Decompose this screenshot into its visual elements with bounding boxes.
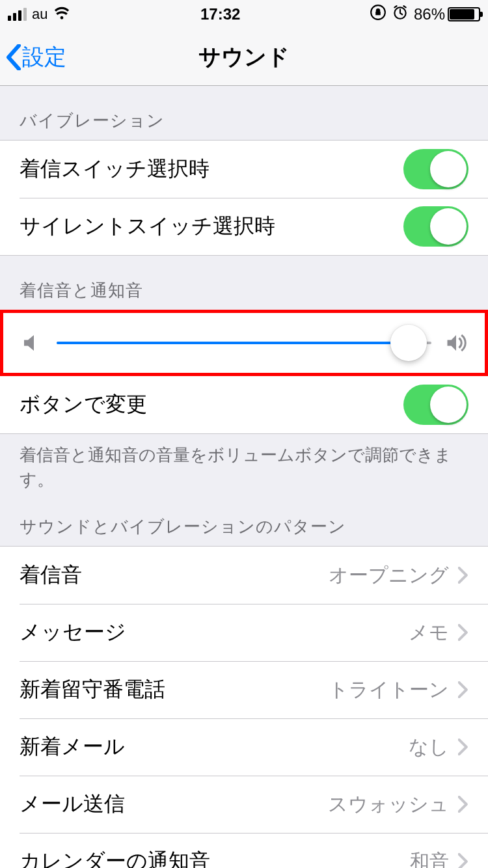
group-vibration: 着信スイッチ選択時 サイレントスイッチ選択時 [0, 140, 488, 256]
cell-value: なし [409, 734, 449, 761]
cell-label: 新着留守番電話 [20, 675, 329, 704]
cell-value: メモ [409, 619, 449, 646]
toggle-vibrate-on-ring[interactable] [403, 149, 468, 189]
status-bar: au 17:32 86% [0, 0, 488, 29]
cell-sent-mail[interactable]: メール送信 スウォッシュ [0, 776, 488, 833]
chevron-right-icon [458, 796, 468, 813]
cell-label: 着信スイッチ選択時 [20, 155, 403, 183]
chevron-right-icon [458, 853, 468, 868]
orientation-lock-icon [370, 4, 386, 25]
wifi-icon [53, 5, 71, 23]
back-button[interactable]: 設定 [0, 42, 66, 72]
volume-slider-highlight [0, 310, 488, 376]
cell-label: 着信音 [20, 561, 329, 590]
battery-percent: 86% [414, 5, 445, 23]
slider-thumb[interactable] [390, 325, 427, 361]
cell-calendar-alerts[interactable]: カレンダーの通知音 和音 [0, 833, 488, 868]
toggle-vibrate-on-silent[interactable] [403, 206, 468, 247]
cell-vibrate-on-ring[interactable]: 着信スイッチ選択時 [0, 141, 488, 198]
cell-new-voicemail[interactable]: 新着留守番電話 トライトーン [0, 661, 488, 718]
volume-slider[interactable] [57, 325, 431, 361]
volume-slider-row [3, 313, 485, 373]
cell-label: ボタンで変更 [20, 390, 403, 419]
battery-fill [450, 9, 474, 20]
cell-change-with-buttons[interactable]: ボタンで変更 [0, 376, 488, 433]
chevron-right-icon [458, 681, 468, 698]
alarm-icon [392, 4, 409, 25]
cell-label: 新着メール [20, 733, 409, 761]
back-label: 設定 [22, 42, 66, 72]
section-footer-ringer: 着信音と通知音の音量をボリュームボタンで調節できます。 [0, 434, 488, 492]
cell-value: オープニング [329, 562, 449, 589]
section-header-ringer: 着信音と通知音 [0, 256, 488, 310]
cell-label: サイレントスイッチ選択時 [20, 212, 403, 241]
group-change-buttons: ボタンで変更 [0, 376, 488, 434]
carrier-label: au [32, 6, 47, 23]
cell-label: カレンダーの通知音 [20, 847, 410, 868]
group-patterns: 着信音 オープニング メッセージ メモ 新着留守番電話 トライトーン 新着メール… [0, 546, 488, 868]
toggle-change-with-buttons[interactable] [403, 385, 468, 425]
cell-label: メール送信 [20, 790, 328, 819]
battery-icon [448, 7, 480, 21]
cell-label: メッセージ [20, 618, 409, 647]
cell-vibrate-on-silent[interactable]: サイレントスイッチ選択時 [0, 198, 488, 255]
chevron-right-icon [458, 739, 468, 755]
status-time: 17:32 [71, 5, 369, 23]
cell-value: 和音 [410, 848, 449, 868]
cell-ringtone[interactable]: 着信音 オープニング [0, 547, 488, 604]
nav-bar: 設定 サウンド [0, 29, 488, 86]
cell-text-tone[interactable]: メッセージ メモ [0, 604, 488, 661]
slider-fill [57, 342, 409, 344]
cell-new-mail[interactable]: 新着メール なし [0, 718, 488, 776]
signal-bars-icon [8, 8, 27, 21]
volume-max-icon [444, 331, 468, 355]
chevron-right-icon [458, 624, 468, 641]
cell-value: トライトーン [329, 677, 449, 703]
volume-min-icon [20, 331, 44, 355]
section-header-vibration: バイブレーション [0, 86, 488, 140]
page-title: サウンド [0, 42, 488, 72]
chevron-right-icon [458, 567, 468, 584]
cell-value: スウォッシュ [328, 791, 449, 818]
section-header-patterns: サウンドとバイブレーションのパターン [0, 492, 488, 546]
